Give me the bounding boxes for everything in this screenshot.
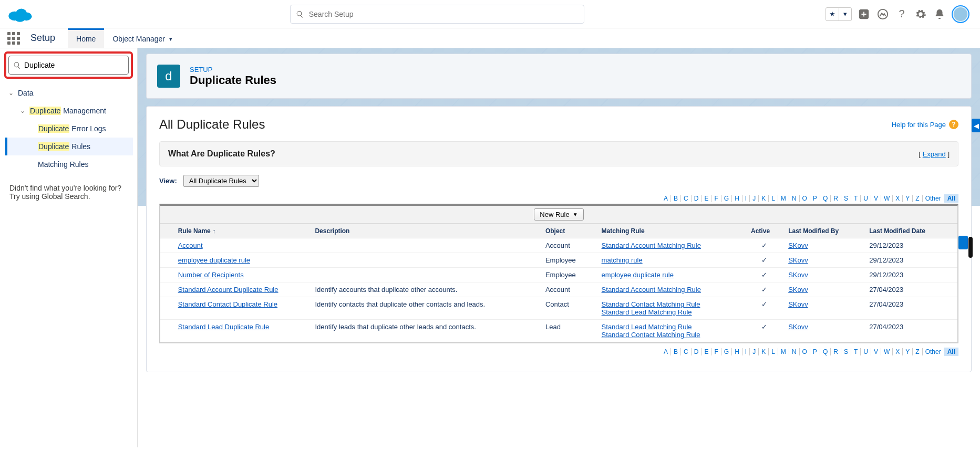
- alpha-other[interactable]: Other: [923, 348, 944, 355]
- app-launcher-icon[interactable]: [6, 31, 21, 46]
- alpha-C[interactable]: C: [681, 195, 692, 202]
- alpha-I[interactable]: I: [742, 195, 750, 202]
- tree-duplicate-rules[interactable]: Duplicate Rules: [5, 138, 133, 155]
- alpha-J[interactable]: J: [750, 195, 759, 202]
- alpha-M[interactable]: M: [778, 348, 789, 355]
- rule-link[interactable]: Standard Account Duplicate Rule: [178, 286, 278, 293]
- alpha-X[interactable]: X: [893, 348, 903, 355]
- alpha-S[interactable]: S: [841, 348, 851, 355]
- alpha-U[interactable]: U: [861, 348, 871, 355]
- expand-toggle[interactable]: [ Expand ]: [919, 150, 950, 158]
- matching-rule-link[interactable]: Standard Lead Matching Rule: [602, 308, 692, 316]
- modified-by-link[interactable]: SKovv: [788, 256, 808, 264]
- alpha-B[interactable]: B: [671, 348, 681, 355]
- alpha-B[interactable]: B: [671, 195, 681, 202]
- alpha-U[interactable]: U: [861, 195, 871, 202]
- alpha-F[interactable]: F: [711, 195, 721, 202]
- matching-rule-link[interactable]: Standard Account Matching Rule: [602, 286, 701, 293]
- alpha-T[interactable]: T: [851, 348, 861, 355]
- alpha-V[interactable]: V: [871, 195, 881, 202]
- alpha-R[interactable]: R: [831, 195, 841, 202]
- alpha-J[interactable]: J: [750, 348, 759, 355]
- alpha-Q[interactable]: Q: [820, 195, 831, 202]
- tree-matching-rules[interactable]: Matching Rules: [5, 155, 133, 173]
- modified-by-link[interactable]: SKovv: [788, 271, 808, 279]
- alpha-W[interactable]: W: [881, 348, 893, 355]
- tree-duplicate-error-logs[interactable]: Duplicate Error Logs: [5, 120, 133, 138]
- tab-home[interactable]: Home: [68, 28, 104, 48]
- trailhead-icon[interactable]: [876, 7, 890, 21]
- expand-link-text[interactable]: Expand: [923, 150, 946, 158]
- alpha-P[interactable]: P: [810, 348, 820, 355]
- gear-icon[interactable]: [914, 7, 927, 21]
- bell-icon[interactable]: [933, 7, 946, 21]
- matching-rule-link[interactable]: Standard Account Matching Rule: [602, 242, 701, 249]
- alpha-W[interactable]: W: [881, 195, 893, 202]
- alpha-E[interactable]: E: [702, 348, 711, 355]
- col-description[interactable]: Description: [310, 224, 540, 238]
- tab-object-manager[interactable]: Object Manager ▾: [104, 28, 181, 48]
- tree-duplicate-management[interactable]: ⌄ Duplicate Management: [5, 102, 133, 120]
- alpha-S[interactable]: S: [841, 195, 851, 202]
- sidebar-search-input[interactable]: [24, 61, 124, 69]
- rule-link[interactable]: Account: [178, 242, 203, 249]
- alpha-O[interactable]: O: [800, 348, 810, 355]
- alpha-F[interactable]: F: [711, 348, 721, 355]
- sidebar-search[interactable]: [8, 56, 129, 75]
- alpha-A[interactable]: A: [661, 348, 671, 355]
- col-active[interactable]: Active: [746, 224, 783, 238]
- matching-rule-link[interactable]: Standard Contact Matching Rule: [602, 331, 700, 339]
- rule-link[interactable]: employee duplicate rule: [178, 256, 250, 264]
- alpha-D[interactable]: D: [692, 195, 702, 202]
- alpha-Y[interactable]: Y: [903, 348, 913, 355]
- alpha-G[interactable]: G: [721, 195, 732, 202]
- alpha-other[interactable]: Other: [923, 195, 944, 202]
- alpha-Y[interactable]: Y: [903, 195, 913, 202]
- new-rule-button[interactable]: New Rule ▼: [534, 208, 583, 221]
- alpha-L[interactable]: L: [769, 195, 778, 202]
- add-icon[interactable]: [857, 7, 871, 21]
- alpha-L[interactable]: L: [769, 348, 778, 355]
- modified-by-link[interactable]: SKovv: [788, 286, 808, 293]
- matching-rule-link[interactable]: matching rule: [602, 256, 643, 264]
- alpha-X[interactable]: X: [893, 195, 903, 202]
- help-icon[interactable]: ?: [895, 7, 909, 21]
- alpha-Q[interactable]: Q: [820, 348, 831, 355]
- alpha-A[interactable]: A: [661, 195, 671, 202]
- col-modifiedby[interactable]: Last Modified By: [783, 224, 864, 238]
- alpha-all[interactable]: All: [944, 194, 958, 203]
- alpha-K[interactable]: K: [759, 348, 769, 355]
- view-select[interactable]: All Duplicate Rules: [183, 175, 259, 187]
- col-matching[interactable]: Matching Rule: [596, 224, 746, 238]
- alpha-R[interactable]: R: [831, 348, 841, 355]
- alpha-N[interactable]: N: [789, 348, 800, 355]
- matching-rule-link[interactable]: employee duplicate rule: [602, 271, 674, 279]
- alpha-P[interactable]: P: [810, 195, 820, 202]
- modified-by-link[interactable]: SKovv: [788, 242, 808, 249]
- col-modifieddate[interactable]: Last Modified Date: [864, 224, 957, 238]
- alpha-O[interactable]: O: [800, 195, 810, 202]
- avatar[interactable]: [952, 5, 969, 23]
- favorites-split[interactable]: ★ ▾: [826, 7, 852, 21]
- rule-link[interactable]: Standard Contact Duplicate Rule: [178, 300, 277, 308]
- alpha-D[interactable]: D: [692, 348, 702, 355]
- modified-by-link[interactable]: SKovv: [788, 323, 808, 331]
- alpha-I[interactable]: I: [742, 348, 750, 355]
- tree-data[interactable]: ⌄ Data: [5, 84, 133, 102]
- alpha-V[interactable]: V: [871, 348, 881, 355]
- alpha-Z[interactable]: Z: [913, 348, 922, 355]
- alpha-N[interactable]: N: [789, 195, 800, 202]
- col-rulename[interactable]: Rule Name↑: [173, 224, 310, 238]
- alpha-C[interactable]: C: [681, 348, 692, 355]
- alpha-all[interactable]: All: [944, 348, 958, 356]
- alpha-H[interactable]: H: [732, 348, 742, 355]
- help-link[interactable]: Help for this Page ?: [892, 120, 958, 129]
- modified-by-link[interactable]: SKovv: [788, 300, 808, 308]
- alpha-H[interactable]: H: [732, 195, 742, 202]
- alpha-G[interactable]: G: [721, 348, 732, 355]
- alpha-E[interactable]: E: [702, 195, 711, 202]
- col-object[interactable]: Object: [540, 224, 596, 238]
- star-icon[interactable]: ★: [826, 8, 839, 20]
- alpha-Z[interactable]: Z: [913, 195, 922, 202]
- rule-link[interactable]: Standard Lead Duplicate Rule: [178, 323, 269, 331]
